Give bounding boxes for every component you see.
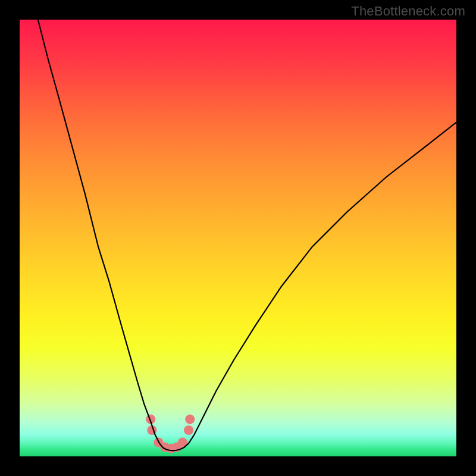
plot-area <box>20 20 456 456</box>
highlight-dot <box>184 425 193 435</box>
chart-frame: TheBottleneck.com <box>0 0 476 476</box>
left-curve <box>38 20 163 447</box>
curve-layer <box>20 20 456 456</box>
watermark-text: TheBottleneck.com <box>351 4 465 19</box>
right-curve <box>184 122 456 447</box>
highlight-dots-group <box>146 415 195 453</box>
highlight-dot <box>185 415 195 424</box>
